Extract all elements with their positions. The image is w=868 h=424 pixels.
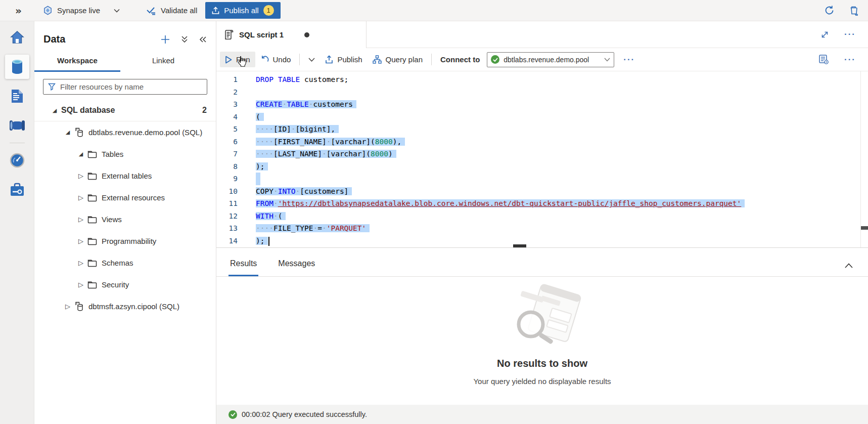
collapsed-triangle-icon[interactable]: ▷	[78, 281, 83, 288]
undo-button[interactable]: Undo	[255, 52, 296, 67]
code-text[interactable]: );	[238, 160, 268, 173]
tab-messages[interactable]: Messages	[277, 259, 316, 276]
collapse-results-icon[interactable]	[845, 263, 868, 276]
tree-item-external-resources[interactable]: ▷External resources	[34, 187, 216, 208]
editor-results-divider[interactable]	[216, 247, 868, 248]
toolbar-more-icon[interactable]: ···	[623, 55, 635, 65]
collapsed-triangle-icon[interactable]: ▷	[78, 259, 83, 267]
code-text[interactable]: CREATE·TABLE·customers	[238, 98, 356, 111]
line-number: 3	[216, 98, 238, 111]
connect-to-pool-select[interactable]: dbtlabs.revenue.demo.pool	[487, 52, 614, 67]
editor-scrollbar-thumb[interactable]	[861, 226, 868, 230]
code-text[interactable]: ····[FIRST_NAME]·[varchar](8000),	[238, 136, 405, 148]
tree-item-dbtmsft-azsyn-cipool-sql[interactable]: ▷dbtmsft.azsyn.cipool (SQL)	[34, 295, 216, 317]
code-text[interactable]	[238, 173, 260, 185]
line-number: 7	[216, 148, 238, 160]
toolbar-overflow-icon[interactable]: ···	[844, 55, 856, 65]
expanded-triangle-icon[interactable]: ◢	[66, 129, 70, 136]
expanded-triangle-icon[interactable]: ◢	[53, 107, 57, 114]
tree-item-programmability[interactable]: ▷Programmability	[34, 230, 216, 252]
discard-all-icon[interactable]	[849, 5, 859, 16]
resource-tree: ◢SQL database2◢dbtlabs.revenue.demo.pool…	[34, 100, 216, 317]
code-text[interactable]: FROM·'https://dbtlabsynapsedatalake.blob…	[238, 197, 745, 210]
code-text[interactable]: COPY·INTO·[customers]	[238, 185, 352, 198]
code-text[interactable]: DROP TABLE customers;	[238, 73, 348, 86]
validate-label: Validate all	[161, 6, 197, 15]
sql-pool-icon	[74, 127, 88, 138]
add-resource-icon[interactable]	[161, 35, 170, 44]
publish-button[interactable]: Publish	[320, 52, 367, 67]
code-line-2: 2	[216, 86, 868, 99]
run-button[interactable]: Run	[220, 52, 255, 67]
nav-integrate-button[interactable]	[5, 113, 29, 138]
expand-menu-icon[interactable]: »	[15, 5, 22, 17]
folder-icon	[87, 172, 102, 181]
collapsed-triangle-icon[interactable]: ▷	[78, 237, 83, 245]
code-text[interactable]: );	[238, 235, 269, 247]
filter-resources-input[interactable]: Filter resources by name	[43, 79, 207, 95]
collapsed-triangle-icon[interactable]: ▷	[65, 303, 70, 310]
line-number: 4	[216, 111, 238, 123]
editor-right-border	[860, 71, 861, 247]
tree-item-dbtlabs-revenue-demo-pool-sql[interactable]: ◢dbtlabs.revenue.demo.pool (SQL)	[34, 121, 216, 143]
tab-sql-script-1[interactable]: SQL script 1	[216, 21, 367, 48]
tree-item-label: External tables	[102, 172, 152, 180]
tab-results[interactable]: Results	[229, 259, 258, 276]
no-results-illustration	[494, 280, 590, 357]
tree-item-security[interactable]: ▷Security	[34, 274, 216, 295]
line-number: 11	[216, 197, 238, 210]
expand-editor-icon[interactable]	[820, 30, 829, 39]
line-number: 9	[216, 173, 238, 185]
nav-home-button[interactable]	[5, 25, 29, 50]
text-caret	[268, 237, 269, 246]
line-number: 14	[216, 235, 238, 247]
nav-monitor-button[interactable]	[5, 148, 29, 173]
tab-more-icon[interactable]: ···	[844, 29, 856, 39]
collapsed-triangle-icon[interactable]: ▷	[78, 194, 83, 201]
code-text[interactable]: ····FILE_TYPE·=·'PARQUET'	[238, 222, 370, 235]
tree-item-external-tables[interactable]: ▷External tables	[34, 165, 216, 187]
tree-item-sql-database[interactable]: ◢SQL database2	[34, 100, 216, 121]
splitter-handle[interactable]	[513, 244, 526, 247]
code-text[interactable]	[238, 86, 256, 99]
double-chevron-down-icon[interactable]	[181, 35, 188, 43]
code-text[interactable]: ····[LAST_NAME]·[varchar](8000)	[238, 148, 396, 160]
validate-check-icon	[146, 6, 156, 15]
mode-selector[interactable]: Synapse live	[43, 6, 120, 15]
collapse-panel-icon[interactable]	[199, 36, 207, 43]
code-text[interactable]: (	[238, 111, 264, 123]
refresh-icon[interactable]	[824, 5, 835, 16]
publish-all-button[interactable]: Publish all 1	[205, 2, 280, 19]
sql-code-editor[interactable]: 1DROP TABLE customers;23CREATE·TABLE·cus…	[216, 71, 868, 247]
tree-item-views[interactable]: ▷Views	[34, 208, 216, 230]
nav-manage-button[interactable]	[5, 178, 29, 202]
query-plan-button[interactable]: Query plan	[368, 52, 428, 67]
nav-develop-button[interactable]	[5, 84, 29, 108]
code-line-6: 6····[FIRST_NAME]·[varchar](8000),	[216, 136, 868, 148]
expanded-triangle-icon[interactable]: ◢	[79, 151, 83, 157]
code-text[interactable]: WITH·(	[238, 210, 286, 223]
tree-item-schemas[interactable]: ▷Schemas	[34, 252, 216, 274]
chevron-down-icon	[604, 58, 610, 62]
chevron-down-icon	[114, 9, 120, 13]
toolbar-separator	[431, 54, 432, 65]
tree-item-tables[interactable]: ◢Tables	[34, 143, 216, 165]
query-plan-label: Query plan	[386, 55, 423, 64]
code-line-8: 8);	[216, 160, 868, 173]
undo-redo-dropdown[interactable]	[303, 54, 320, 65]
collapsed-triangle-icon[interactable]: ▷	[78, 172, 83, 180]
tab-linked[interactable]: Linked	[120, 56, 206, 72]
properties-icon[interactable]	[818, 54, 829, 65]
tab-workspace[interactable]: Workspace	[34, 56, 120, 72]
mode-label: Synapse live	[57, 6, 100, 15]
results-tabbar: Results Messages	[216, 248, 868, 277]
pool-online-icon	[491, 55, 499, 64]
collapsed-triangle-icon[interactable]: ▷	[78, 216, 83, 223]
line-number: 10	[216, 185, 238, 198]
nav-data-button[interactable]	[5, 55, 29, 79]
unsaved-changes-dot	[304, 32, 309, 37]
results-panel: No results to show Your query yielded no…	[216, 277, 868, 405]
code-line-14: 14);	[216, 235, 868, 247]
validate-all-button[interactable]: Validate all	[146, 6, 197, 15]
code-text[interactable]: ····[ID]·[bigint],	[238, 123, 339, 136]
